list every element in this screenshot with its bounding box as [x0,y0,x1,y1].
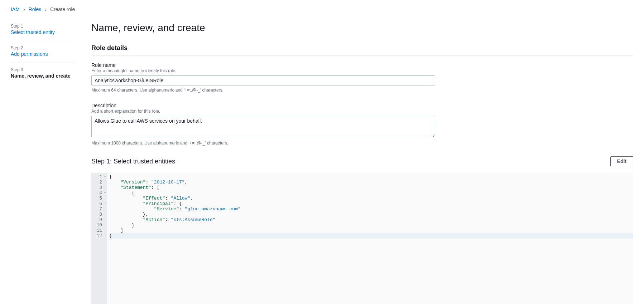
step-number: Step 2 [11,45,77,50]
breadcrumb: IAM › Roles › Create role [0,4,644,19]
code-gutter: 123456789101112 [91,173,107,304]
edit-button[interactable]: Edit [610,156,633,166]
wizard-steps-sidebar: Step 1 Select trusted entity Step 2 Add … [11,19,77,304]
step-number: Step 3 [11,67,77,72]
step-number: Step 1 [11,24,77,29]
policy-code-viewer: 123456789101112 { "Version": "2012-10-17… [91,173,633,304]
chevron-right-icon: › [45,6,47,12]
step-name-review-create: Name, review, and create [11,73,77,79]
breadcrumb-iam[interactable]: IAM [11,6,20,12]
description-hint: Maximum 1000 characters. Use alphanumeri… [91,141,435,146]
chevron-right-icon: › [23,6,25,12]
step-add-permissions[interactable]: Add permissions [11,51,77,57]
trusted-entities-heading: Step 1: Select trusted entities [91,158,175,165]
role-name-input[interactable] [91,75,435,85]
description-textarea[interactable] [91,116,435,137]
description-label: Description [91,103,435,108]
breadcrumb-roles[interactable]: Roles [29,6,42,12]
role-name-label: Role name [91,62,435,68]
role-name-hint: Maximum 64 characters. Use alphanumeric … [91,88,435,93]
page-title: Name, review, and create [91,22,633,34]
step-select-trusted-entity[interactable]: Select trusted entity [11,29,77,35]
description-help: Add a short explanation for this role. [91,109,435,114]
role-details-heading: Role details [91,44,633,56]
code-content[interactable]: { "Version": "2012-10-17", "Statement": … [107,173,633,304]
breadcrumb-current: Create role [50,6,75,12]
role-name-help: Enter a meaningful name to identify this… [91,68,435,73]
